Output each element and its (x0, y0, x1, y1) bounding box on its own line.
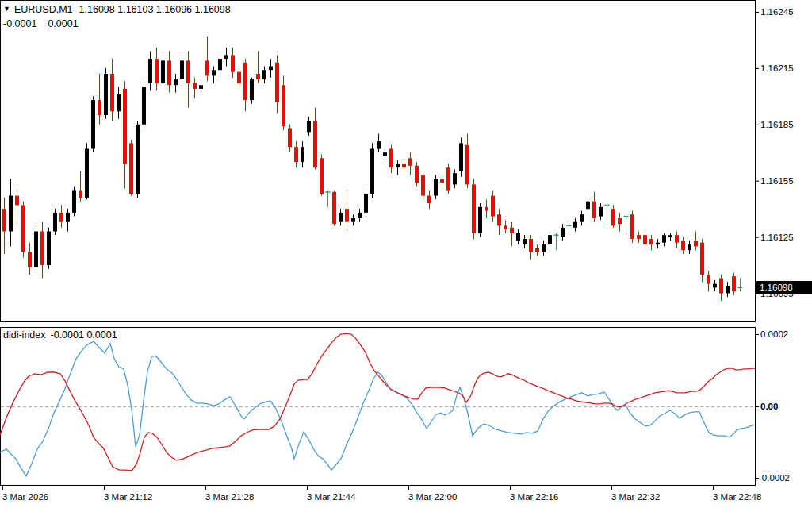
indicator-axis-label: 0.00 (760, 401, 810, 412)
time-axis-label: 3 Mar 22:48 (713, 492, 761, 502)
current-price-tag: 1.16098 (756, 281, 812, 294)
price-axis-label: 1.16125 (760, 232, 810, 243)
price-axis-label: 1.16155 (760, 175, 810, 187)
main-chart-area[interactable] (0, 0, 756, 322)
time-axis-label: 3 Mar 22:16 (510, 492, 558, 502)
price-axis-label: 1.16215 (760, 63, 810, 74)
time-axis-label: 3 Mar 2026 (2, 492, 48, 502)
price-axis-label: 1.16245 (760, 6, 810, 17)
price-axis-label: 1.16185 (760, 119, 810, 130)
time-axis-label: 3 Mar 22:00 (408, 492, 457, 502)
time-axis-label: 3 Mar 21:44 (307, 492, 355, 502)
mt-terminal-window: ▼EURUSD,M11.16098 1.16103 1.16096 1.1609… (0, 0, 812, 508)
indicator-axis-label: 0.0002 (760, 329, 810, 340)
indicator-axis-label: -0.0002 (759, 472, 808, 483)
time-axis-label: 3 Mar 21:28 (205, 492, 254, 502)
indicator-panel-area[interactable] (0, 327, 756, 486)
time-axis-label: 3 Mar 22:32 (611, 492, 660, 502)
time-axis-label: 3 Mar 21:12 (104, 492, 152, 502)
